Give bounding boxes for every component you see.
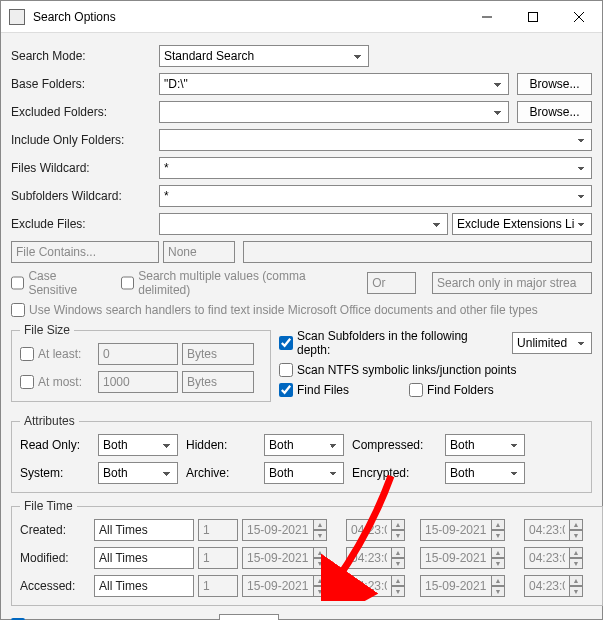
modified-times-select[interactable]: All Times (94, 547, 194, 569)
created-time1-input[interactable] (346, 519, 392, 541)
hidden-label: Hidden: (186, 438, 256, 452)
spin-up[interactable]: ▲ (491, 575, 505, 586)
find-files-checkbox[interactable]: Find Files (279, 383, 349, 397)
find-folders-checkbox[interactable]: Find Folders (409, 383, 494, 397)
encrypted-label: Encrypted: (352, 466, 437, 480)
spin-up[interactable]: ▲ (391, 519, 405, 530)
modified-date1-input[interactable] (242, 547, 314, 569)
exclude-extensions-select[interactable]: Exclude Extensions List (452, 213, 592, 235)
spin-down[interactable]: ▼ (391, 558, 405, 569)
accessed-date1-input[interactable] (242, 575, 314, 597)
compressed-select[interactable]: Both (445, 434, 525, 456)
titlebar: Search Options (1, 1, 602, 33)
accessed-label: Accessed: (20, 579, 90, 593)
spin-down[interactable]: ▼ (313, 558, 327, 569)
created-n-input[interactable] (198, 519, 238, 541)
at-most-unit-select[interactable]: Bytes (182, 371, 254, 393)
svg-rect-1 (529, 12, 538, 21)
created-label: Created: (20, 523, 90, 537)
accessed-n-input[interactable] (198, 575, 238, 597)
base-folders-browse-button[interactable]: Browse... (517, 73, 592, 95)
archive-label: Archive: (186, 466, 256, 480)
created-date1-input[interactable] (242, 519, 314, 541)
scan-ntfs-checkbox[interactable]: Scan NTFS symbolic links/junction points (279, 363, 516, 377)
created-time2-input[interactable] (524, 519, 570, 541)
archive-select[interactable]: Both (264, 462, 344, 484)
exclude-files-select[interactable] (159, 213, 448, 235)
at-most-input[interactable] (98, 371, 178, 393)
subfolders-wildcard-label: Subfolders Wildcard: (11, 189, 159, 203)
spin-down[interactable]: ▼ (569, 558, 583, 569)
attributes-legend: Attributes (20, 414, 79, 428)
subfolders-wildcard-select[interactable]: * (159, 185, 592, 207)
spin-up[interactable]: ▲ (313, 547, 327, 558)
or-select[interactable]: Or (367, 272, 416, 294)
readonly-select[interactable]: Both (98, 434, 178, 456)
spin-down[interactable]: ▼ (491, 530, 505, 541)
window-title: Search Options (33, 10, 116, 24)
spin-up[interactable]: ▲ (313, 519, 327, 530)
modified-date2-input[interactable] (420, 547, 492, 569)
scan-subfolders-checkbox[interactable]: Scan Subfolders in the following depth: (279, 329, 504, 357)
at-least-input[interactable] (98, 343, 178, 365)
at-least-unit-select[interactable]: Bytes (182, 343, 254, 365)
accessed-times-select[interactable]: All Times (94, 575, 194, 597)
spin-down[interactable]: ▼ (491, 586, 505, 597)
base-folders-select[interactable]: "D:\" (159, 73, 509, 95)
system-select[interactable]: Both (98, 462, 178, 484)
spin-up[interactable]: ▲ (569, 547, 583, 558)
spin-down[interactable]: ▼ (313, 530, 327, 541)
compressed-label: Compressed: (352, 438, 437, 452)
at-least-checkbox[interactable]: At least: (20, 347, 98, 361)
contains-type-select[interactable]: None (163, 241, 235, 263)
spin-up[interactable]: ▲ (491, 519, 505, 530)
accessed-date2-input[interactable] (420, 575, 492, 597)
file-size-legend: File Size (20, 323, 74, 337)
accessed-time2-input[interactable] (524, 575, 570, 597)
case-sensitive-checkbox[interactable]: Case Sensitive (11, 269, 105, 297)
stop-count-input[interactable] (219, 614, 279, 620)
files-wildcard-select[interactable]: * (159, 157, 592, 179)
search-mode-select[interactable]: Standard Search (159, 45, 369, 67)
depth-select[interactable]: Unlimited (512, 332, 592, 354)
modified-time2-input[interactable] (524, 547, 570, 569)
contains-value-input[interactable] (243, 241, 592, 263)
spin-up[interactable]: ▲ (491, 547, 505, 558)
spin-down[interactable]: ▼ (491, 558, 505, 569)
spin-down[interactable]: ▼ (391, 530, 405, 541)
major-streams-input[interactable] (432, 272, 592, 294)
excluded-folders-browse-button[interactable]: Browse... (517, 101, 592, 123)
spin-up[interactable]: ▲ (391, 547, 405, 558)
maximize-button[interactable] (510, 1, 556, 33)
created-times-select[interactable]: All Times (94, 519, 194, 541)
excluded-folders-label: Excluded Folders: (11, 105, 159, 119)
filetime-legend: File Time (20, 499, 77, 513)
modified-n-input[interactable] (198, 547, 238, 569)
spin-down[interactable]: ▼ (569, 530, 583, 541)
spin-up[interactable]: ▲ (569, 575, 583, 586)
encrypted-select[interactable]: Both (445, 462, 525, 484)
spin-down[interactable]: ▼ (313, 586, 327, 597)
spin-up[interactable]: ▲ (313, 575, 327, 586)
base-folders-label: Base Folders: (11, 77, 159, 91)
spin-down[interactable]: ▼ (569, 586, 583, 597)
spin-up[interactable]: ▲ (391, 575, 405, 586)
modified-time1-input[interactable] (346, 547, 392, 569)
include-only-label: Include Only Folders: (11, 133, 159, 147)
multi-values-checkbox[interactable]: Search multiple values (comma delimited) (121, 269, 351, 297)
accessed-time1-input[interactable] (346, 575, 392, 597)
modified-label: Modified: (20, 551, 90, 565)
close-button[interactable] (556, 1, 602, 33)
files-wildcard-label: Files Wildcard: (11, 161, 159, 175)
spin-down[interactable]: ▼ (391, 586, 405, 597)
minimize-button[interactable] (464, 1, 510, 33)
win-handlers-checkbox[interactable]: Use Windows search handlers to find text… (11, 303, 538, 317)
system-label: System: (20, 466, 90, 480)
excluded-folders-select[interactable] (159, 101, 509, 123)
file-contains-select[interactable]: File Contains... (11, 241, 159, 263)
at-most-checkbox[interactable]: At most: (20, 375, 98, 389)
include-only-select[interactable] (159, 129, 592, 151)
spin-up[interactable]: ▲ (569, 519, 583, 530)
hidden-select[interactable]: Both (264, 434, 344, 456)
created-date2-input[interactable] (420, 519, 492, 541)
